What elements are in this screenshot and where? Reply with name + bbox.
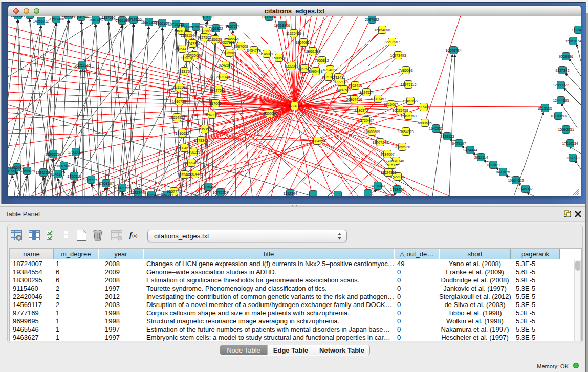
svg-text:23226058: 23226058 xyxy=(198,29,214,33)
svg-text:10307457: 10307457 xyxy=(370,97,386,101)
svg-text:14055712: 14055712 xyxy=(33,19,49,23)
svg-text:10782759: 10782759 xyxy=(212,191,228,194)
svg-text:1167533: 1167533 xyxy=(566,156,580,160)
svg-text:8471675: 8471675 xyxy=(496,170,510,174)
svg-text:30975887: 30975887 xyxy=(56,164,72,168)
svg-text:7632621: 7632621 xyxy=(486,163,500,167)
svg-text:18300295: 18300295 xyxy=(262,112,277,115)
svg-text:8215955: 8215955 xyxy=(538,106,552,110)
svg-text:20691406: 20691406 xyxy=(48,17,64,21)
svg-text:9227342: 9227342 xyxy=(555,69,569,72)
svg-text:13495758: 13495758 xyxy=(400,114,416,118)
svg-text:6497503: 6497503 xyxy=(337,88,351,92)
svg-text:8427512: 8427512 xyxy=(211,89,225,92)
svg-text:14099487: 14099487 xyxy=(183,161,199,165)
svg-text:9531711: 9531711 xyxy=(201,16,214,19)
svg-text:9146821: 9146821 xyxy=(259,52,273,56)
svg-text:13524851: 13524851 xyxy=(380,171,396,174)
svg-text:16154808: 16154808 xyxy=(374,28,390,32)
svg-text:6966160: 6966160 xyxy=(155,21,169,25)
svg-text:7485063: 7485063 xyxy=(399,69,412,72)
svg-text:2935114: 2935114 xyxy=(474,156,488,159)
svg-text:15751074: 15751074 xyxy=(565,39,581,43)
svg-text:16961758: 16961758 xyxy=(304,50,320,53)
svg-text:20756928: 20756928 xyxy=(394,145,410,149)
svg-text:2986372: 2986372 xyxy=(354,108,368,112)
svg-text:12353594: 12353594 xyxy=(197,127,212,131)
svg-text:19654952: 19654952 xyxy=(169,116,185,119)
svg-text:19384554: 19384554 xyxy=(309,139,325,143)
svg-text:8454749: 8454749 xyxy=(247,49,260,52)
svg-text:9684007: 9684007 xyxy=(380,152,394,156)
svg-text:11291544: 11291544 xyxy=(181,34,197,37)
svg-text:3267130: 3267130 xyxy=(205,113,219,117)
svg-text:8938923: 8938923 xyxy=(440,135,454,138)
svg-text:8322037: 8322037 xyxy=(285,64,298,68)
svg-text:10210693: 10210693 xyxy=(550,114,566,118)
svg-text:1733426: 1733426 xyxy=(390,188,404,191)
svg-text:7515536: 7515536 xyxy=(189,25,203,29)
svg-text:10782759: 10782759 xyxy=(114,186,130,190)
svg-text:1327602: 1327602 xyxy=(101,16,115,19)
svg-text:2087682: 2087682 xyxy=(365,18,379,21)
svg-text:13716485: 13716485 xyxy=(200,185,216,189)
svg-text:1112480: 1112480 xyxy=(572,28,581,32)
svg-text:11958107: 11958107 xyxy=(98,182,114,185)
svg-text:2967608: 2967608 xyxy=(234,45,248,48)
svg-text:25754411: 25754411 xyxy=(175,47,190,51)
svg-text:10120746: 10120746 xyxy=(388,159,404,163)
svg-text:12156829: 12156829 xyxy=(19,169,35,173)
svg-text:3875685: 3875685 xyxy=(222,51,236,55)
svg-text:1413411: 1413411 xyxy=(332,76,345,79)
svg-text:17010534: 17010534 xyxy=(562,142,578,145)
svg-text:10973493: 10973493 xyxy=(390,54,406,57)
svg-text:817005: 817005 xyxy=(209,102,221,105)
svg-text:20364416: 20364416 xyxy=(346,98,362,101)
svg-text:1935061: 1935061 xyxy=(10,166,24,169)
svg-text:1522144: 1522144 xyxy=(390,175,404,179)
svg-text:17957213: 17957213 xyxy=(83,178,99,182)
svg-text:8915441: 8915441 xyxy=(23,16,36,17)
svg-text:16914479: 16914479 xyxy=(187,172,203,176)
svg-text:7955812: 7955812 xyxy=(315,59,329,62)
svg-text:1615132: 1615132 xyxy=(385,163,399,167)
svg-text:19463627: 19463627 xyxy=(402,99,418,103)
svg-text:8990448: 8990448 xyxy=(309,70,322,73)
svg-text:16671355: 16671355 xyxy=(141,20,157,24)
svg-text:15720407: 15720407 xyxy=(358,119,374,122)
svg-text:2603144: 2603144 xyxy=(216,75,230,79)
svg-text:12542997: 12542997 xyxy=(73,16,89,19)
svg-text:2345546: 2345546 xyxy=(225,37,238,41)
svg-text:12342797: 12342797 xyxy=(35,171,51,174)
svg-text:10688609: 10688609 xyxy=(364,130,380,134)
svg-text:6479197: 6479197 xyxy=(452,142,466,145)
svg-text:17939924: 17939924 xyxy=(68,150,83,154)
svg-text:1292344: 1292344 xyxy=(144,193,158,197)
svg-text:15692951: 15692951 xyxy=(558,128,574,132)
svg-text:6794023: 6794023 xyxy=(323,68,337,72)
svg-text:1145191: 1145191 xyxy=(51,172,65,176)
svg-text:3498212: 3498212 xyxy=(186,150,200,154)
svg-text:(x): (x) xyxy=(132,233,138,238)
svg-text:7357274: 7357274 xyxy=(226,25,239,28)
svg-text:10719155: 10719155 xyxy=(125,18,141,21)
svg-text:9529986: 9529986 xyxy=(559,55,573,58)
svg-text:17004678: 17004678 xyxy=(176,146,192,150)
svg-text:10025458: 10025458 xyxy=(392,108,408,112)
svg-text:8186328: 8186328 xyxy=(208,38,222,41)
svg-text:9242845: 9242845 xyxy=(219,63,232,67)
svg-text:10654122: 10654122 xyxy=(508,179,524,182)
svg-text:14136141: 14136141 xyxy=(369,184,385,188)
svg-text:1588520: 1588520 xyxy=(272,56,286,60)
svg-text:1350515: 1350515 xyxy=(67,174,81,178)
svg-text:3624534: 3624534 xyxy=(359,91,373,94)
svg-text:1916682: 1916682 xyxy=(175,132,189,135)
svg-text:3915541: 3915541 xyxy=(8,169,19,173)
svg-text:13975115: 13975115 xyxy=(401,83,417,86)
svg-text:11325419: 11325419 xyxy=(286,32,302,35)
svg-text:18640910: 18640910 xyxy=(295,41,311,45)
svg-text:9327508: 9327508 xyxy=(221,41,234,45)
svg-text:6099695: 6099695 xyxy=(418,121,431,125)
svg-text:16648784: 16648784 xyxy=(445,49,461,52)
svg-text:18407249: 18407249 xyxy=(372,141,388,144)
